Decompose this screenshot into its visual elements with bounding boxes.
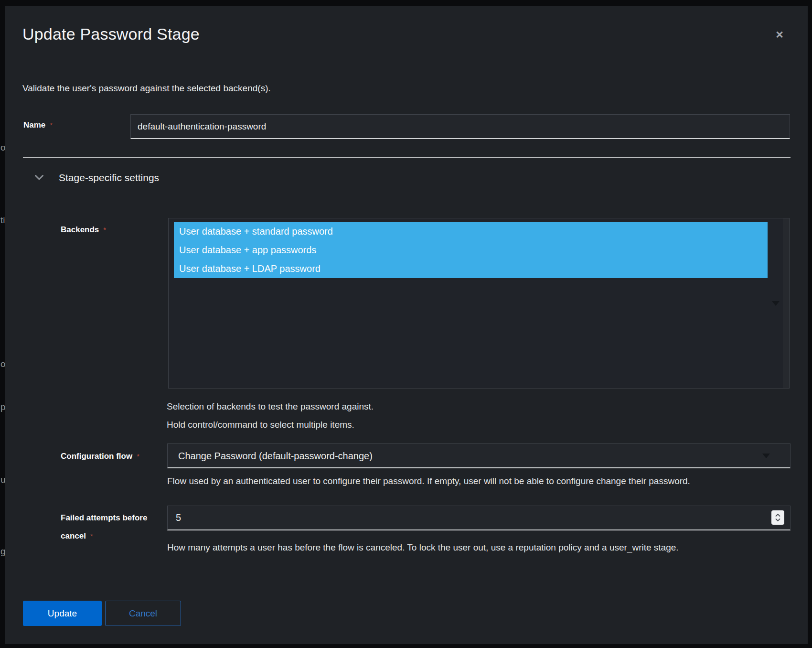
- failed-attempts-help-text: How many attempts a user has before the …: [167, 542, 793, 553]
- modal-description: Validate the user's password against the…: [22, 83, 271, 94]
- dropdown-caret-icon: [772, 301, 780, 306]
- option-user-database-standard-password[interactable]: User database + standard password: [174, 222, 768, 241]
- modal-title: Update Password Stage: [22, 25, 200, 43]
- close-icon[interactable]: ✕: [771, 27, 788, 43]
- backends-label-text: Backends: [61, 225, 99, 234]
- selected-options-group: User database + standard password User d…: [174, 222, 768, 278]
- number-stepper[interactable]: [771, 510, 784, 525]
- section-header-stage-specific-settings[interactable]: Stage-specific settings: [59, 172, 159, 184]
- dropdown-caret-icon: [762, 454, 770, 458]
- failed-attempts-label: Failed attempts before cancel*: [61, 509, 159, 545]
- option-user-database-ldap-password[interactable]: User database + LDAP password: [174, 259, 768, 278]
- background-text-fragment: ot: [0, 359, 5, 369]
- required-asterisk: *: [103, 226, 106, 234]
- name-label-text: Name: [23, 120, 45, 130]
- cancel-button[interactable]: Cancel: [105, 601, 181, 626]
- failed-attempts-input[interactable]: [167, 506, 791, 530]
- name-label: Name*: [23, 120, 53, 130]
- background-text-fragment: o: [0, 142, 5, 153]
- required-asterisk: *: [137, 452, 139, 460]
- background-text-fragment: up: [0, 475, 5, 485]
- section-divider: [23, 157, 791, 158]
- configuration-flow-select[interactable]: Change Password (default-password-change…: [167, 443, 791, 468]
- background-text-fragment: p: [0, 402, 5, 412]
- configuration-flow-help-text: Flow used by an authenticated user to co…: [167, 476, 793, 486]
- background-text-fragment: ti: [0, 215, 5, 226]
- required-asterisk: *: [50, 121, 53, 129]
- backends-help-text-2: Hold control/command to select multiple …: [167, 420, 354, 430]
- listbox-scrollbar-track[interactable]: [783, 218, 789, 388]
- chevron-down-icon[interactable]: [35, 174, 43, 180]
- required-asterisk: *: [90, 532, 93, 540]
- configuration-flow-selected-value: Change Password (default-password-change…: [178, 451, 373, 461]
- backends-help-text: Selection of backends to test the passwo…: [167, 401, 374, 412]
- name-input[interactable]: [130, 114, 790, 139]
- background-page-edge: o ti ot p up g: [0, 0, 5, 648]
- configuration-flow-label-text: Configuration flow: [61, 452, 132, 461]
- backends-label: Backends*: [61, 225, 106, 235]
- update-button[interactable]: Update: [23, 601, 102, 626]
- update-password-stage-modal: Update Password Stage ✕ Validate the use…: [5, 6, 808, 644]
- background-text-fragment: g: [0, 546, 5, 557]
- backends-multiselect[interactable]: User database + standard password User d…: [168, 218, 790, 389]
- option-user-database-app-passwords[interactable]: User database + app passwords: [174, 241, 768, 259]
- failed-attempts-label-text: Failed attempts before cancel: [61, 513, 147, 540]
- page-background: { "window": { "title": "Update Password …: [0, 0, 812, 648]
- configuration-flow-label: Configuration flow*: [61, 452, 139, 461]
